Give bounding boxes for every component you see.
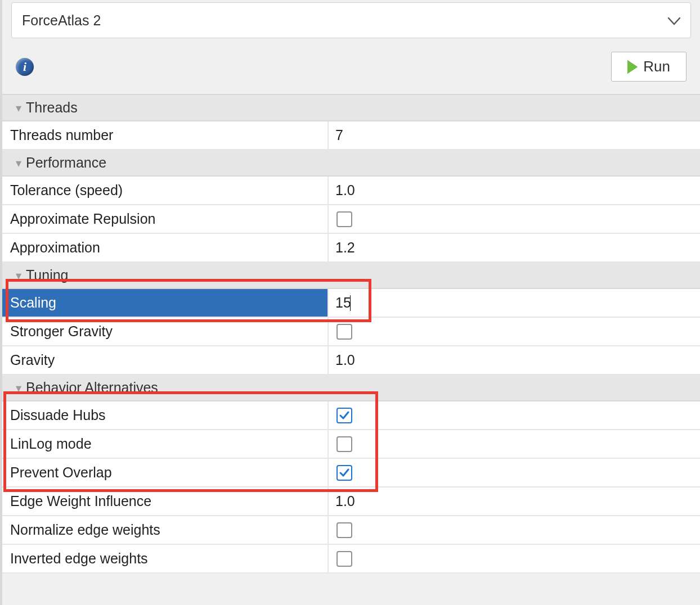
run-button[interactable]: Run: [611, 52, 686, 82]
scaling-input[interactable]: 15: [335, 295, 351, 311]
row-label: Gravity: [2, 346, 329, 374]
properties-table: ▾ Threads Threads number 7 ▾ Performance…: [2, 94, 700, 574]
layout-toolbar: i Run: [2, 46, 700, 94]
row-threads-number[interactable]: Threads number 7: [2, 121, 700, 150]
section-header-behavior[interactable]: ▾ Behavior Alternatives: [2, 375, 700, 401]
row-label: Scaling: [2, 289, 329, 317]
row-prevent-overlap[interactable]: Prevent Overlap: [2, 459, 700, 487]
section-header-tuning[interactable]: ▾ Tuning: [2, 263, 700, 289]
section-header-performance[interactable]: ▾ Performance: [2, 150, 700, 177]
row-value[interactable]: [329, 459, 700, 486]
row-label: Dissuade Hubs: [2, 401, 329, 429]
row-stronger-gravity[interactable]: Stronger Gravity: [2, 318, 700, 346]
row-linlog-mode[interactable]: LinLog mode: [2, 430, 700, 459]
row-normalize-edge-weights[interactable]: Normalize edge weights: [2, 516, 700, 545]
row-value[interactable]: [329, 430, 700, 458]
row-approximate-repulsion[interactable]: Approximate Repulsion: [2, 205, 700, 234]
row-label: Approximation: [2, 234, 329, 261]
row-label: Normalize edge weights: [2, 516, 329, 544]
row-value[interactable]: [329, 401, 700, 429]
row-value[interactable]: 1.2: [329, 234, 700, 261]
section-title: Performance: [26, 155, 106, 171]
row-scaling[interactable]: Scaling 15: [2, 289, 700, 318]
checkbox-approximate-repulsion[interactable]: [336, 211, 352, 227]
checkbox-linlog-mode[interactable]: [336, 436, 352, 452]
row-value[interactable]: [329, 205, 700, 233]
layout-algorithm-select[interactable]: ForceAtlas 2: [11, 2, 691, 38]
section-header-threads[interactable]: ▾ Threads: [2, 95, 700, 121]
info-icon[interactable]: i: [16, 58, 34, 76]
row-label: Approximate Repulsion: [2, 205, 329, 233]
row-approximation[interactable]: Approximation 1.2: [2, 234, 700, 263]
run-button-label: Run: [643, 58, 670, 75]
row-value[interactable]: 7: [329, 121, 700, 149]
row-value[interactable]: 15: [329, 289, 700, 317]
row-label: Stronger Gravity: [2, 318, 329, 345]
row-label: Inverted edge weights: [2, 545, 329, 572]
chevron-down-icon: ▾: [16, 156, 21, 170]
row-gravity[interactable]: Gravity 1.0: [2, 346, 700, 375]
checkbox-prevent-overlap[interactable]: [336, 465, 352, 481]
text-cursor: [350, 295, 351, 311]
play-icon: [627, 60, 638, 74]
row-edge-weight-influence[interactable]: Edge Weight Influence 1.0: [2, 487, 700, 516]
layout-select-value: ForceAtlas 2: [22, 12, 101, 29]
checkbox-normalize-edge-weights[interactable]: [336, 522, 352, 538]
chevron-down-icon: [668, 12, 680, 29]
section-title: Behavior Alternatives: [26, 380, 158, 396]
row-dissuade-hubs[interactable]: Dissuade Hubs: [2, 401, 700, 430]
row-value[interactable]: 1.0: [329, 346, 700, 374]
checkbox-inverted-edge-weights[interactable]: [336, 551, 352, 567]
row-value[interactable]: 1.0: [329, 177, 700, 204]
chevron-down-icon: ▾: [16, 381, 21, 395]
section-title: Threads: [26, 100, 78, 116]
chevron-down-icon: ▾: [16, 101, 21, 115]
row-label: Prevent Overlap: [2, 459, 329, 486]
row-label: Tolerance (speed): [2, 177, 329, 204]
row-tolerance[interactable]: Tolerance (speed) 1.0: [2, 177, 700, 205]
row-value[interactable]: 1.0: [329, 487, 700, 515]
row-inverted-edge-weights[interactable]: Inverted edge weights: [2, 545, 700, 574]
checkbox-dissuade-hubs[interactable]: [336, 408, 352, 423]
row-label: LinLog mode: [2, 430, 329, 458]
row-value[interactable]: [329, 545, 700, 572]
layout-panel: ForceAtlas 2 i Run ▾ Threads Threads num…: [0, 0, 700, 605]
row-value[interactable]: [329, 516, 700, 544]
chevron-down-icon: ▾: [16, 269, 21, 282]
row-value[interactable]: [329, 318, 700, 345]
checkbox-stronger-gravity[interactable]: [336, 324, 352, 340]
row-label: Threads number: [2, 121, 329, 149]
section-title: Tuning: [26, 267, 69, 283]
row-label: Edge Weight Influence: [2, 487, 329, 515]
layout-select-wrap: ForceAtlas 2: [2, 0, 700, 46]
